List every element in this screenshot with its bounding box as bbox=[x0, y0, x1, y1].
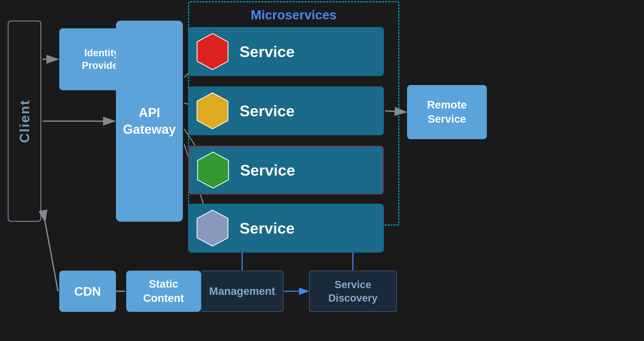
svg-marker-18 bbox=[197, 34, 228, 70]
remote-service-box: RemoteService bbox=[407, 85, 487, 139]
remote-service-label: RemoteService bbox=[427, 98, 467, 126]
static-content-box: StaticContent bbox=[126, 271, 201, 312]
static-content-label: StaticContent bbox=[143, 277, 184, 305]
service-discovery-box: ServiceDiscovery bbox=[309, 271, 397, 312]
cdn-label: CDN bbox=[74, 284, 101, 298]
service-box-3: Service bbox=[188, 146, 384, 195]
management-box: Management bbox=[201, 271, 283, 312]
api-gateway-label: APIGateway bbox=[123, 104, 176, 138]
diagram-container: Client IdentityProvider APIGateway Micro… bbox=[0, 0, 644, 341]
svg-marker-19 bbox=[197, 93, 228, 129]
client-box: Client bbox=[8, 21, 41, 222]
service-label-4: Service bbox=[240, 219, 295, 237]
svg-marker-21 bbox=[197, 210, 228, 246]
hexagon-yellow bbox=[196, 92, 229, 130]
management-label: Management bbox=[209, 285, 275, 297]
service-box-2: Service bbox=[188, 86, 384, 135]
cdn-box: CDN bbox=[59, 271, 116, 312]
service-box-1: Service bbox=[188, 27, 384, 76]
service-label-3: Service bbox=[240, 161, 295, 179]
hexagon-red bbox=[196, 32, 229, 71]
service-discovery-label: ServiceDiscovery bbox=[328, 278, 377, 305]
hexagon-green bbox=[196, 151, 230, 189]
service-label-2: Service bbox=[240, 102, 295, 120]
hexagon-grey bbox=[196, 209, 229, 247]
identity-provider-label: IdentityProvider bbox=[82, 47, 122, 72]
microservices-title: Microservices bbox=[189, 7, 398, 22]
service-box-4: Service bbox=[188, 204, 384, 253]
client-label: Client bbox=[17, 99, 32, 143]
service-label-1: Service bbox=[240, 43, 295, 61]
api-gateway-box: APIGateway bbox=[116, 21, 183, 222]
svg-line-17 bbox=[45, 222, 58, 291]
svg-marker-20 bbox=[198, 152, 228, 188]
